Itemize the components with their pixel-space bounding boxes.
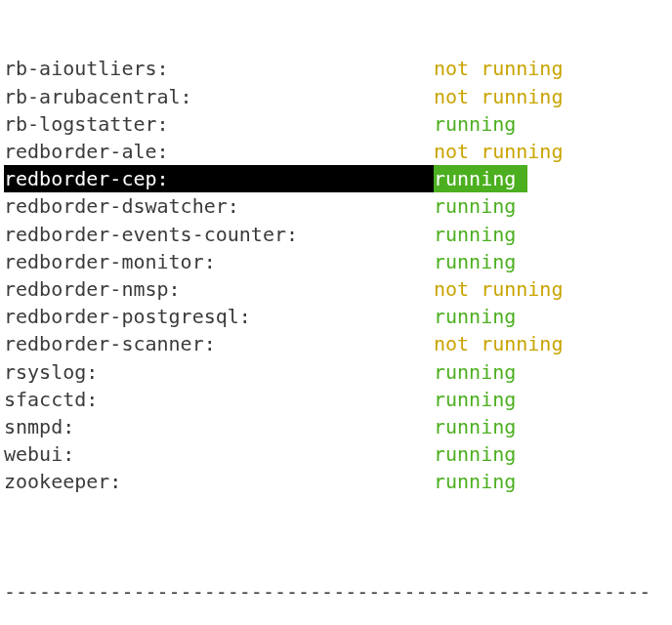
service-status: running (434, 192, 516, 220)
service-status: not running (434, 83, 563, 110)
service-name: redborder-events-counter: (4, 221, 434, 248)
service-name: redborder-nmsp: (4, 275, 434, 303)
service-row: redborder-postgresql:running (4, 303, 668, 330)
service-status: running (434, 386, 516, 413)
service-list: rb-aioutliers:not runningrb-arubacentral… (4, 55, 668, 495)
service-row: redborder-cep:running (4, 165, 668, 192)
service-status: not running (434, 330, 563, 357)
service-name: rb-aioutliers: (4, 55, 434, 82)
service-row: rb-arubacentral:not running (4, 83, 668, 110)
service-name: rsyslog: (4, 358, 434, 386)
service-row: redborder-dswatcher:running (4, 192, 668, 220)
service-row: sfacctd:running (4, 386, 668, 413)
service-name: webui: (4, 440, 434, 468)
service-row: redborder-nmsp:not running (4, 275, 668, 303)
service-row: redborder-ale:not running (4, 138, 668, 165)
service-name: redborder-postgresql: (4, 303, 434, 330)
service-name: zookeeper: (4, 468, 434, 495)
service-row: redborder-events-counter:running (4, 221, 668, 248)
service-row: zookeeper:running (4, 468, 668, 495)
divider-1: ----------------------------------------… (4, 578, 668, 605)
service-name: redborder-dswatcher: (4, 192, 434, 220)
service-name: redborder-ale: (4, 138, 434, 165)
service-status: running (434, 358, 516, 386)
service-name: redborder-cep: (4, 165, 434, 192)
service-status: running (434, 165, 527, 192)
terminal-output[interactable]: rb-aioutliers:not runningrb-arubacentral… (0, 0, 672, 625)
service-row: rb-logstatter:running (4, 110, 668, 138)
service-status: running (434, 440, 516, 468)
service-status: running (434, 303, 516, 330)
service-row: redborder-monitor:running (4, 248, 668, 275)
service-name: sfacctd: (4, 386, 434, 413)
service-status: not running (434, 55, 563, 82)
service-status: running (434, 468, 516, 495)
service-name: redborder-monitor: (4, 248, 434, 275)
service-name: redborder-scanner: (4, 330, 434, 357)
service-status: running (434, 221, 516, 248)
service-row: webui:running (4, 440, 668, 468)
service-name: rb-arubacentral: (4, 83, 434, 110)
service-row: snmpd:running (4, 413, 668, 440)
service-status: not running (434, 138, 563, 165)
service-status: not running (434, 275, 563, 303)
service-row: rsyslog:running (4, 358, 668, 386)
service-row: rb-aioutliers:not running (4, 55, 668, 82)
service-status: running (434, 413, 516, 440)
service-status: running (434, 110, 516, 138)
service-name: snmpd: (4, 413, 434, 440)
service-row: redborder-scanner:not running (4, 330, 668, 357)
service-status: running (434, 248, 516, 275)
service-name: rb-logstatter: (4, 110, 434, 138)
